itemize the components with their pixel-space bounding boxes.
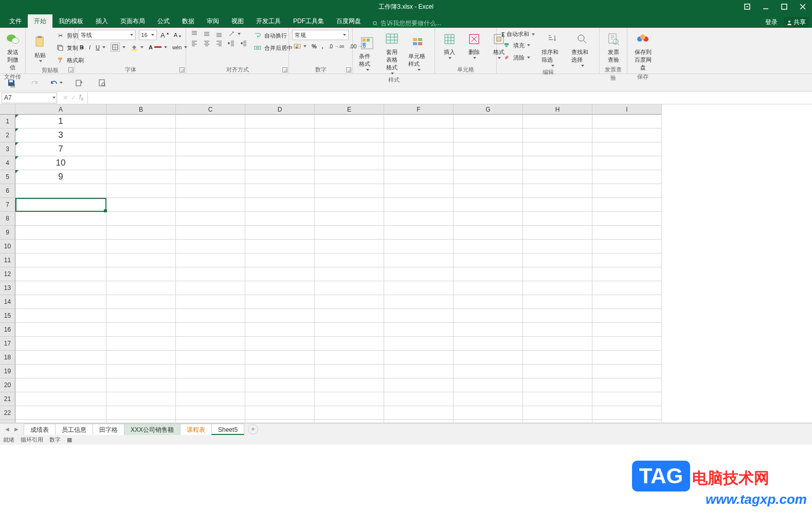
tab-insert[interactable]: 插入 [89, 14, 114, 28]
cell-E1[interactable] [315, 115, 384, 129]
cell-F7[interactable] [384, 198, 454, 212]
cell-B15[interactable] [106, 309, 176, 323]
cell-I22[interactable] [592, 406, 662, 420]
cell-C13[interactable] [176, 281, 245, 295]
cell-G4[interactable] [454, 156, 523, 170]
row-header-8[interactable]: 8 [0, 212, 15, 226]
cell-A17[interactable] [15, 337, 106, 351]
cell-B21[interactable] [106, 392, 176, 406]
row-header-22[interactable]: 22 [0, 406, 15, 420]
sheet-nav-last[interactable]: ► [12, 425, 21, 433]
cell-B8[interactable] [106, 212, 176, 226]
delete-cells-button[interactable]: 删除 [463, 30, 485, 60]
cell-I15[interactable] [592, 309, 662, 323]
tab-mytemplates[interactable]: 我的模板 [52, 14, 89, 28]
cell-H1[interactable] [523, 115, 592, 129]
cell-H12[interactable] [523, 267, 592, 281]
cell-G10[interactable] [454, 240, 523, 253]
decrease-indent-button[interactable] [226, 39, 237, 47]
cell-B1[interactable] [106, 115, 176, 129]
row-header-15[interactable]: 15 [0, 309, 15, 323]
cell-I9[interactable] [592, 226, 662, 240]
cell-G14[interactable] [454, 295, 523, 309]
cell-G19[interactable] [454, 365, 523, 378]
cell-E7[interactable] [315, 198, 384, 212]
cell-B2[interactable] [106, 129, 176, 142]
cell-A22[interactable] [15, 406, 106, 420]
cell-C19[interactable] [176, 365, 245, 378]
cell-H5[interactable] [523, 170, 592, 184]
cell-B20[interactable] [106, 378, 176, 392]
cell-I19[interactable] [592, 365, 662, 378]
spreadsheet-grid[interactable]: ABCDEFGHI 123456789101112131415161718192… [0, 104, 812, 423]
row-header-16[interactable]: 16 [0, 323, 15, 337]
cell-H13[interactable] [523, 281, 592, 295]
cell-E16[interactable] [315, 323, 384, 337]
cell-I13[interactable] [592, 281, 662, 295]
cell-C16[interactable] [176, 323, 245, 337]
cell-F15[interactable] [384, 309, 454, 323]
tab-home[interactable]: 开始 [28, 14, 52, 28]
cell-A1[interactable]: 1 [15, 115, 106, 129]
column-header-E[interactable]: E [315, 104, 384, 115]
tab-review[interactable]: 审阅 [201, 14, 225, 28]
cell-I2[interactable] [592, 129, 662, 142]
cell-B6[interactable] [106, 184, 176, 198]
cell-C12[interactable] [176, 267, 245, 281]
cell-F5[interactable] [384, 170, 454, 184]
cell-E18[interactable] [315, 351, 384, 365]
decrease-font-button[interactable]: A▾ [172, 30, 183, 40]
font-color-button[interactable]: A [147, 42, 169, 52]
cell-A18[interactable] [15, 351, 106, 365]
cell-D17[interactable] [245, 337, 315, 351]
cell-H17[interactable] [523, 337, 592, 351]
cell-H20[interactable] [523, 378, 592, 392]
cell-I1[interactable] [592, 115, 662, 129]
cell-D14[interactable] [245, 295, 315, 309]
column-header-A[interactable]: A [15, 104, 106, 115]
cell-D9[interactable] [245, 226, 315, 240]
cell-B10[interactable] [106, 240, 176, 253]
enter-formula-button[interactable]: ✓ [71, 94, 76, 101]
name-box[interactable]: A7 [2, 93, 57, 103]
cell-B22[interactable] [106, 406, 176, 420]
cell-D10[interactable] [245, 240, 315, 253]
row-header-10[interactable]: 10 [0, 240, 15, 253]
cell-I4[interactable] [592, 156, 662, 170]
fill-color-button[interactable] [129, 42, 145, 52]
cell-D8[interactable] [245, 212, 315, 226]
tell-me-search[interactable]: 告诉我您想要做什么... [372, 19, 441, 28]
cell-E17[interactable] [315, 337, 384, 351]
cell-D22[interactable] [245, 406, 315, 420]
percent-button[interactable]: % [310, 42, 318, 50]
cell-D5[interactable] [245, 170, 315, 184]
row-header-12[interactable]: 12 [0, 267, 15, 281]
status-toggle-icon[interactable]: ▦ [67, 436, 72, 443]
cell-F23[interactable] [384, 420, 454, 423]
cell-F13[interactable] [384, 281, 454, 295]
cell-I23[interactable] [592, 420, 662, 423]
cell-B18[interactable] [106, 351, 176, 365]
align-top-button[interactable] [189, 30, 200, 38]
cell-A6[interactable] [15, 184, 106, 198]
cell-F17[interactable] [384, 337, 454, 351]
cell-F2[interactable] [384, 129, 454, 142]
cell-D6[interactable] [245, 184, 315, 198]
row-header-5[interactable]: 5 [0, 170, 15, 184]
cell-F20[interactable] [384, 378, 454, 392]
cell-I17[interactable] [592, 337, 662, 351]
row-header-19[interactable]: 19 [0, 365, 15, 378]
cell-G12[interactable] [454, 267, 523, 281]
increase-font-button[interactable]: A▴ [159, 30, 170, 40]
cell-H9[interactable] [523, 226, 592, 240]
cell-E8[interactable] [315, 212, 384, 226]
row-header-3[interactable]: 3 [0, 142, 15, 156]
row-header-21[interactable]: 21 [0, 392, 15, 406]
increase-decimal-button[interactable]: .0→.00 [327, 42, 346, 50]
cell-C22[interactable] [176, 406, 245, 420]
cell-F14[interactable] [384, 295, 454, 309]
cell-E23[interactable] [315, 420, 384, 423]
column-header-D[interactable]: D [245, 104, 315, 115]
cell-C2[interactable] [176, 129, 245, 142]
cell-D20[interactable] [245, 378, 315, 392]
